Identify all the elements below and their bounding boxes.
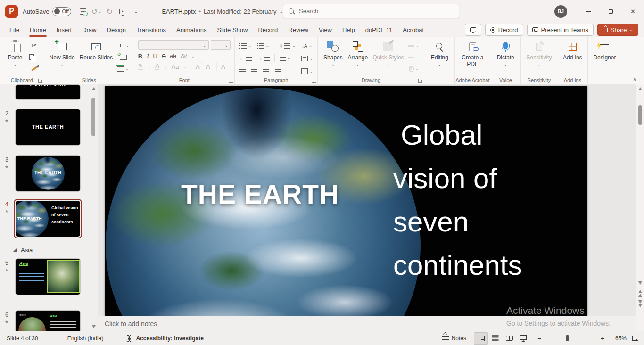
columns-button[interactable]: ⌄ xyxy=(279,53,292,63)
slide-thumbnail-6[interactable]: Asia xyxy=(16,311,80,331)
present-in-teams-button[interactable]: Present in Teams xyxy=(527,24,594,36)
fit-slide-to-window-button[interactable] xyxy=(632,336,638,341)
language-selector[interactable]: English (India) xyxy=(67,335,104,342)
cut-button[interactable]: ✂ xyxy=(28,41,40,50)
new-slide-button[interactable]: New Slide ⌄ xyxy=(48,39,76,66)
zoom-level[interactable]: 65% xyxy=(610,335,627,342)
convert-to-smartart-button[interactable]: ⌄ xyxy=(300,66,314,76)
slide-thumbnail-3[interactable]: THE EARTH xyxy=(16,156,80,191)
main-scrollbar[interactable] xyxy=(636,84,644,316)
animation-star-icon[interactable]: ★ xyxy=(5,320,8,324)
customize-toolbar-button[interactable]: ⌄ xyxy=(130,5,142,17)
collapse-ribbon-button[interactable]: ∧ xyxy=(633,76,636,82)
slide-thumbnail-1[interactable]: PowerPoint xyxy=(16,85,80,99)
share-button[interactable]: Share ⌄ xyxy=(597,24,638,36)
format-painter-button[interactable] xyxy=(28,64,40,74)
designer-button[interactable]: Designer xyxy=(592,39,617,61)
underline-button[interactable]: U xyxy=(153,53,157,60)
animation-star-icon[interactable]: ★ xyxy=(5,268,8,272)
zoom-slider-thumb[interactable] xyxy=(566,335,569,341)
section-header-asia[interactable]: Asia xyxy=(13,246,33,254)
align-center-button[interactable] xyxy=(250,66,258,75)
reuse-slides-button[interactable]: Reuse Slides xyxy=(78,39,115,61)
record-button[interactable]: Record xyxy=(485,24,523,36)
slide-thumbnail-4-selected[interactable]: THE EARTH Global vision of seven contine… xyxy=(14,199,82,238)
slide-body-textbox[interactable]: Global vision of seven continents xyxy=(393,114,582,287)
paste-button[interactable]: Paste ⌄ xyxy=(4,39,26,66)
animation-star-icon[interactable]: ★ xyxy=(5,164,8,169)
animation-star-icon[interactable]: ★ xyxy=(5,209,8,214)
dictate-button[interactable]: Dictate ⌄ xyxy=(494,39,517,66)
scroll-up-button[interactable] xyxy=(638,87,642,90)
scroll-down-button[interactable] xyxy=(638,281,642,285)
clipboard-dialog-launcher[interactable] xyxy=(38,79,42,83)
text-shadow-button[interactable]: S xyxy=(162,53,166,60)
search-box[interactable] xyxy=(283,4,459,18)
shapes-button[interactable]: Shapes ⌄ xyxy=(322,39,344,66)
reset-slide-button[interactable] xyxy=(116,52,130,62)
start-slideshow-button[interactable] xyxy=(116,5,129,17)
section-button[interactable]: ⌄ xyxy=(116,64,130,74)
tab-acrobat[interactable]: Acrobat xyxy=(397,23,429,37)
scroll-up-icon[interactable] xyxy=(92,87,96,90)
tab-review[interactable]: Review xyxy=(283,23,314,37)
slideshow-view-button[interactable] xyxy=(516,332,530,345)
save-button[interactable] xyxy=(77,5,89,17)
zoom-slider[interactable] xyxy=(546,338,595,338)
copy-button[interactable]: ⌄ xyxy=(28,52,40,62)
align-text-button[interactable]: ⌄ xyxy=(300,54,314,63)
autosave-toggle[interactable]: Off xyxy=(52,7,71,16)
slide-canvas[interactable]: THE EARTH Global vision of seven contine… xyxy=(105,86,587,316)
minimize-button[interactable] xyxy=(578,0,600,23)
reading-view-button[interactable] xyxy=(502,332,516,345)
justify-button[interactable] xyxy=(274,66,282,75)
align-left-button[interactable] xyxy=(239,66,247,75)
slide-layout-button[interactable]: ⌄ xyxy=(116,41,130,50)
accessibility-status[interactable]: Accessibility: Investigate xyxy=(136,335,203,342)
close-button[interactable]: ✕ xyxy=(622,0,644,23)
scrollbar-thumb[interactable] xyxy=(638,105,642,125)
tab-insert[interactable]: Insert xyxy=(51,23,77,37)
scroll-down-icon[interactable] xyxy=(92,325,96,328)
paragraph-dialog-launcher[interactable] xyxy=(312,79,316,83)
animation-star-icon[interactable]: ★ xyxy=(5,118,8,123)
slide-thumbnail-2[interactable]: THE EARTH xyxy=(16,109,80,145)
tab-transitions[interactable]: Transitions xyxy=(131,23,171,37)
slide-thumbnail-5[interactable]: Asia xyxy=(16,259,80,295)
document-title-chip[interactable]: EARTH.pptx • Last Modified: 22 February … xyxy=(162,8,283,15)
tab-dopdf[interactable]: doPDF 11 xyxy=(360,23,398,37)
panel-scrollbar[interactable] xyxy=(91,85,97,330)
notes-toggle-button[interactable]: Notes xyxy=(441,334,467,343)
font-dialog-launcher[interactable] xyxy=(229,79,233,83)
tab-design[interactable]: Design xyxy=(102,23,131,37)
tab-home[interactable]: Home xyxy=(25,23,51,37)
panel-scrollbar-thumb[interactable] xyxy=(91,98,95,136)
text-direction-button[interactable]: ↓A⌄ xyxy=(300,41,314,50)
tab-animations[interactable]: Animations xyxy=(171,23,212,37)
next-slide-button[interactable] xyxy=(636,300,644,307)
line-spacing-button[interactable]: ⇕⌄ xyxy=(278,41,297,50)
normal-view-button[interactable] xyxy=(474,332,488,345)
tab-view[interactable]: View xyxy=(314,23,337,37)
tab-file[interactable]: File xyxy=(4,23,25,37)
decrease-indent-button[interactable]: ← xyxy=(239,53,253,63)
comments-button[interactable] xyxy=(465,24,481,36)
create-pdf-button[interactable]: Create a PDF xyxy=(459,39,486,67)
search-input[interactable] xyxy=(298,7,454,15)
restore-button[interactable] xyxy=(600,0,622,23)
editing-button[interactable]: Editing ⌄ xyxy=(428,39,451,66)
slide-sorter-button[interactable] xyxy=(488,332,502,345)
arrange-button[interactable]: Arrange ⌄ xyxy=(346,39,369,66)
slide-title-textbox[interactable]: THE EARTH xyxy=(181,179,339,210)
bold-button[interactable]: B xyxy=(138,53,142,60)
zoom-out-button[interactable]: − xyxy=(535,335,544,342)
tab-help[interactable]: Help xyxy=(337,23,360,37)
italic-button[interactable]: I xyxy=(147,52,149,60)
drawing-dialog-launcher[interactable] xyxy=(418,79,422,83)
align-right-button[interactable] xyxy=(262,66,270,75)
zoom-in-button[interactable]: + xyxy=(598,335,607,342)
numbering-button[interactable]: ⌄ xyxy=(256,41,270,50)
tab-slide-show[interactable]: Slide Show xyxy=(212,23,253,37)
tab-record[interactable]: Record xyxy=(253,23,283,37)
strikethrough-button[interactable]: ab xyxy=(170,53,176,59)
